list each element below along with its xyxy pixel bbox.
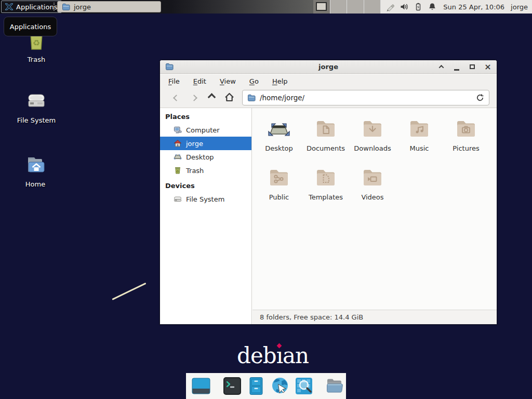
panel-grip-handle[interactable] bbox=[54, 3, 55, 11]
back-icon bbox=[173, 95, 180, 101]
workspace-1[interactable] bbox=[313, 0, 330, 14]
sidebar-header-places: Places bbox=[160, 108, 251, 123]
debian-logo-text: deb bbox=[237, 343, 276, 368]
folder-icon bbox=[267, 165, 291, 190]
desktop-icon-filesystem[interactable]: File System bbox=[9, 88, 63, 124]
file-item-downloads[interactable]: Downloads bbox=[349, 114, 396, 159]
volume-icon[interactable] bbox=[400, 2, 409, 11]
desktop-icon-label: Home bbox=[25, 180, 45, 188]
computer-icon bbox=[174, 126, 182, 134]
forward-button[interactable] bbox=[185, 90, 203, 105]
menu-view[interactable]: View bbox=[220, 77, 236, 85]
panel-user-label[interactable]: jorge bbox=[511, 3, 528, 11]
forward-icon bbox=[191, 95, 197, 101]
taskbar-window-button[interactable]: jorge bbox=[57, 1, 161, 12]
sidebar-item-file-system[interactable]: File System bbox=[160, 192, 251, 206]
window-folder-icon bbox=[165, 62, 174, 71]
path-text: /home/jorge/ bbox=[260, 94, 472, 102]
input-device-icon[interactable] bbox=[385, 2, 395, 11]
sidebar-item-label: Trash bbox=[186, 167, 204, 175]
folder-icon bbox=[247, 94, 256, 102]
system-tray bbox=[385, 2, 437, 11]
menu-go[interactable]: Go bbox=[249, 77, 259, 85]
folder-icon bbox=[62, 3, 70, 11]
folder-icon bbox=[313, 116, 338, 141]
dock-item-show-desktop[interactable] bbox=[191, 376, 211, 396]
menu-bar: FileEditViewGoHelp bbox=[160, 74, 497, 88]
maximize-icon bbox=[470, 64, 475, 69]
status-text: 8 folders, Free space: 14.4 GiB bbox=[260, 313, 363, 321]
file-item-templates[interactable]: Templates bbox=[302, 163, 349, 208]
dock-item-app-finder[interactable] bbox=[294, 376, 314, 396]
panel-clock[interactable]: Sun 25 Apr, 10:06 bbox=[443, 3, 504, 11]
dock-item-file-cabinet[interactable] bbox=[246, 376, 266, 396]
sidebar-header-devices: Devices bbox=[160, 177, 251, 192]
desktop-root: { "colors": { "selection_blue": "#2b76cb… bbox=[0, 0, 532, 399]
desktop-icon-label: File System bbox=[17, 116, 56, 124]
file-item-music[interactable]: Music bbox=[396, 114, 443, 159]
folder-icon bbox=[360, 165, 385, 190]
menu-edit[interactable]: Edit bbox=[193, 77, 206, 85]
file-manager-window: jorge × FileEditViewGoHelp /home/jorge/ … bbox=[159, 60, 497, 325]
desktop-icon-label: Trash bbox=[28, 56, 45, 63]
file-item-videos[interactable]: Videos bbox=[349, 163, 396, 208]
workspace-4[interactable] bbox=[364, 0, 381, 14]
workspace-3[interactable] bbox=[347, 0, 364, 14]
minimize-icon bbox=[454, 69, 459, 70]
sidebar-item-label: Desktop bbox=[186, 153, 214, 161]
trash-icon: ♻ bbox=[174, 166, 182, 175]
svg-text:♻: ♻ bbox=[33, 38, 40, 48]
close-icon: × bbox=[484, 63, 491, 71]
debian-logo-text: an bbox=[283, 343, 309, 368]
shade-button[interactable] bbox=[437, 63, 445, 71]
file-item-label: Templates bbox=[309, 193, 343, 201]
reload-icon[interactable] bbox=[476, 94, 484, 102]
file-item-documents[interactable]: Documents bbox=[302, 114, 349, 159]
menu-file[interactable]: File bbox=[168, 77, 180, 85]
back-button[interactable] bbox=[167, 90, 185, 105]
workspace-switcher bbox=[313, 0, 381, 14]
up-button[interactable] bbox=[203, 90, 220, 105]
sidebar-item-jorge[interactable]: jorge bbox=[160, 137, 251, 150]
dock-item-file-manager[interactable] bbox=[325, 376, 345, 396]
close-button[interactable]: × bbox=[484, 63, 491, 71]
sidebar-item-trash[interactable]: ♻Trash bbox=[160, 164, 251, 177]
maximize-button[interactable] bbox=[469, 63, 476, 71]
xfce-logo-icon bbox=[4, 2, 14, 11]
workspace-2[interactable] bbox=[330, 0, 348, 14]
up-icon bbox=[207, 93, 216, 101]
file-item-label: Public bbox=[269, 193, 289, 201]
file-item-public[interactable]: Public bbox=[256, 163, 302, 208]
file-item-label: Pictures bbox=[453, 144, 479, 152]
desktop-icon bbox=[267, 116, 291, 141]
taskbar-window-label: jorge bbox=[74, 3, 91, 11]
file-item-label: Videos bbox=[361, 193, 383, 201]
minimize-button[interactable] bbox=[453, 63, 460, 71]
applications-menu-button[interactable]: Applications bbox=[1, 1, 62, 13]
home-folder-icon bbox=[23, 152, 48, 177]
window-titlebar[interactable]: jorge × bbox=[160, 60, 497, 74]
applications-tooltip: Applications bbox=[4, 17, 57, 36]
sidebar-item-desktop[interactable]: Desktop bbox=[160, 150, 251, 164]
dock-item-terminal[interactable] bbox=[222, 376, 242, 396]
status-bar: 8 folders, Free space: 14.4 GiB bbox=[252, 310, 497, 324]
desktop-icon-home[interactable]: Home bbox=[8, 152, 62, 188]
file-item-pictures[interactable]: Pictures bbox=[443, 114, 489, 159]
file-item-label: Music bbox=[410, 144, 429, 152]
menu-help[interactable]: Help bbox=[272, 77, 288, 85]
desktop-icon bbox=[174, 153, 182, 161]
file-item-desktop[interactable]: Desktop bbox=[256, 114, 302, 159]
battery-charging-icon[interactable] bbox=[414, 2, 423, 11]
top-panel: Applications jorge Sun 25 Apr, 10:06 jor… bbox=[0, 0, 532, 14]
sidebar: PlacesComputerjorgeDesktop♻TrashDevicesF… bbox=[160, 108, 252, 324]
workspace-window-preview bbox=[316, 2, 327, 11]
home-icon bbox=[174, 139, 182, 148]
notifications-icon[interactable] bbox=[428, 2, 437, 11]
folder-icon bbox=[360, 116, 385, 141]
folder-icon bbox=[407, 116, 432, 141]
dock-item-web-browser[interactable] bbox=[270, 376, 290, 396]
home-button[interactable] bbox=[220, 90, 238, 105]
sidebar-item-computer[interactable]: Computer bbox=[160, 123, 251, 137]
path-bar[interactable]: /home/jorge/ bbox=[242, 90, 489, 105]
file-item-label: Desktop bbox=[265, 144, 293, 152]
